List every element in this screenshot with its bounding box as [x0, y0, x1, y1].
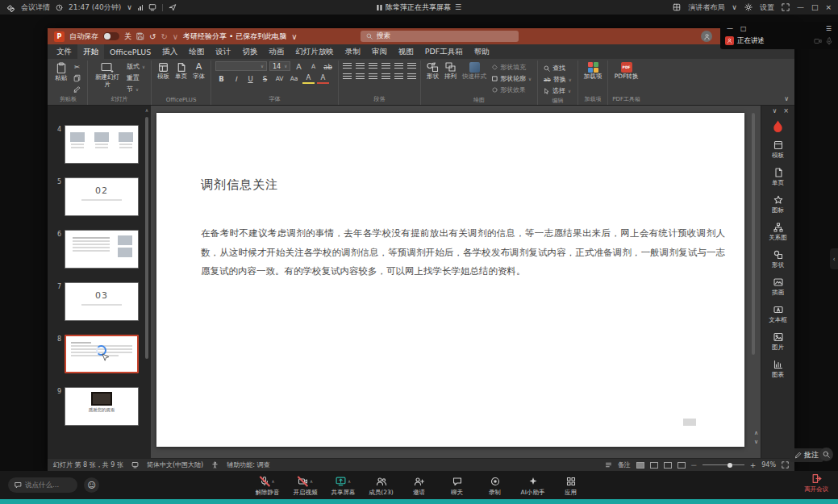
- sidebar-close-icon[interactable]: ×: [783, 107, 789, 115]
- normal-view-button[interactable]: [636, 462, 644, 469]
- sidebar-item-single-page[interactable]: 单页: [772, 168, 784, 187]
- tab-draw[interactable]: 绘图: [183, 44, 210, 59]
- sidebar-collapse-icon[interactable]: ∨: [772, 107, 777, 115]
- tab-slideshow[interactable]: 幻灯片放映: [290, 44, 340, 59]
- gear-icon[interactable]: [744, 3, 753, 11]
- justify-button[interactable]: [381, 73, 390, 81]
- sidebar-item-templates[interactable]: 模板: [772, 140, 784, 160]
- share-rocket-icon[interactable]: [169, 3, 177, 11]
- meeting-details-button[interactable]: 会议详情: [21, 2, 50, 13]
- numbering-button[interactable]: [356, 63, 365, 70]
- title-chevron-icon[interactable]: ∨: [291, 32, 297, 41]
- save-icon[interactable]: [136, 32, 144, 40]
- reaction-button[interactable]: ☺: [84, 477, 99, 493]
- canvas-scrollbar-thumb[interactable]: [752, 113, 755, 355]
- previous-slide-button[interactable]: ∧: [754, 430, 758, 436]
- find-button[interactable]: 查找: [542, 63, 573, 73]
- tab-home[interactable]: 开始: [77, 44, 104, 59]
- record-button[interactable]: 录制: [478, 473, 512, 497]
- ai-assistant-button[interactable]: AI小助手: [516, 473, 550, 497]
- speaker-layout-button[interactable]: 演讲者布局: [688, 2, 724, 13]
- notes-button[interactable]: 备注: [618, 460, 631, 469]
- zoom-slider[interactable]: [703, 464, 744, 465]
- reset-button[interactable]: 重置: [125, 73, 147, 83]
- autosave-toggle[interactable]: [103, 32, 119, 40]
- font-name-combo[interactable]: ∨: [215, 61, 267, 71]
- zoom-in-button[interactable]: +: [750, 461, 757, 469]
- quick-chat-input[interactable]: 说点什么...: [8, 477, 77, 493]
- fullscreen-icon[interactable]: [782, 3, 790, 11]
- layout-button[interactable]: 版式∨: [125, 61, 147, 72]
- zoom-percentage[interactable]: 94%: [761, 461, 776, 469]
- cut-button[interactable]: ✂: [71, 61, 83, 72]
- op-template-button[interactable]: 模板: [156, 61, 171, 81]
- italic-button[interactable]: I: [230, 73, 242, 84]
- slide-count-status[interactable]: 幻灯片 第 8 张，共 9 张: [53, 460, 123, 469]
- strikethrough-button[interactable]: S: [259, 73, 271, 84]
- slide-thumbnail-7[interactable]: 03: [65, 282, 139, 321]
- slide-body-text[interactable]: 在备考时不建议考虑调剂的事情，去年各学校没有提前放出有关调剂的信息，等一志愿结果…: [201, 224, 725, 281]
- undo-button[interactable]: ↺: [149, 32, 156, 41]
- window-maximize-button[interactable]: □: [811, 3, 819, 11]
- redo-button[interactable]: ↻: [161, 32, 167, 41]
- tab-help[interactable]: 帮助: [469, 44, 495, 59]
- align-right-button[interactable]: [369, 73, 377, 81]
- slideshow-view-button[interactable]: [677, 462, 686, 469]
- sidebar-item-charts[interactable]: 图表: [772, 360, 784, 379]
- bold-button[interactable]: B: [215, 73, 227, 84]
- overlay-camera-icon[interactable]: [814, 37, 822, 45]
- line-spacing-button[interactable]: [394, 63, 403, 70]
- canvas-scrollbar[interactable]: [750, 113, 757, 423]
- decrease-indent-button[interactable]: [369, 63, 377, 70]
- text-highlight-button[interactable]: A: [302, 73, 315, 84]
- slide-thumbnail-8-selected[interactable]: [65, 335, 139, 373]
- quick-access-chevron-icon[interactable]: ∨: [173, 32, 178, 41]
- settings-button[interactable]: 设置: [760, 2, 774, 13]
- tab-insert[interactable]: 插入: [156, 44, 183, 59]
- sidebar-item-shapes[interactable]: 形状: [772, 250, 784, 269]
- columns-button[interactable]: [394, 73, 403, 81]
- scroll-up-icon[interactable]: ∧: [144, 107, 150, 114]
- pause-share-icon[interactable]: [377, 5, 381, 10]
- op-single-page-button[interactable]: 单页: [173, 61, 189, 81]
- members-button[interactable]: 成员(23): [365, 473, 398, 497]
- tab-transitions[interactable]: 切换: [236, 44, 263, 59]
- slide-thumbnail-4[interactable]: [65, 125, 139, 164]
- window-close-button[interactable]: ×: [825, 3, 832, 11]
- select-button[interactable]: 选择∨: [542, 85, 573, 96]
- copy-button[interactable]: [71, 73, 83, 83]
- tab-design[interactable]: 设计: [210, 44, 236, 59]
- section-button[interactable]: 节∨: [125, 84, 147, 94]
- thumbnail-scrollbar[interactable]: ∧: [144, 107, 150, 456]
- align-center-button[interactable]: [356, 73, 365, 81]
- replace-button[interactable]: ab替换∨: [542, 74, 573, 85]
- tab-officeplus[interactable]: OfficePLUS: [104, 44, 156, 59]
- slide-title[interactable]: 调剂信息关注: [201, 177, 278, 193]
- sidebar-item-diagrams[interactable]: 关系图: [769, 223, 787, 242]
- slide-canvas[interactable]: 调剂信息关注 在备考时不建议考虑调剂的事情，去年各学校没有提前放出有关调剂的信息…: [156, 113, 744, 447]
- collapse-ribbon-button[interactable]: ∨: [784, 95, 789, 102]
- document-title[interactable]: 考研经验分享 • 已保存到此电脑: [183, 31, 286, 42]
- language-status[interactable]: 简体中文(中国大陆): [147, 460, 203, 469]
- font-color-button[interactable]: A: [317, 73, 329, 84]
- fit-to-window-icon[interactable]: [782, 461, 789, 469]
- tab-record[interactable]: 录制: [340, 44, 366, 59]
- sidebar-item-images[interactable]: 图片: [772, 332, 784, 352]
- display-icon[interactable]: [148, 3, 156, 11]
- magnifier-button[interactable]: [819, 448, 833, 461]
- annotate-button[interactable]: 批注: [790, 448, 823, 462]
- new-slide-button[interactable]: 新建幻灯片: [92, 61, 123, 89]
- unmute-button[interactable]: ∧ 解除静音: [251, 473, 285, 497]
- accessibility-status[interactable]: 辅助功能: 调查: [227, 460, 269, 469]
- start-video-button[interactable]: ∧ 开启视频: [289, 473, 323, 497]
- shape-outline-button[interactable]: 形状轮廓∨: [490, 73, 533, 84]
- text-direction-button[interactable]: [407, 63, 416, 70]
- invite-button[interactable]: 邀请: [402, 473, 436, 497]
- increase-indent-button[interactable]: [381, 63, 390, 70]
- layout-chevron-icon[interactable]: ∨: [732, 3, 737, 11]
- sidebar-item-textbox[interactable]: 文本框: [769, 305, 787, 324]
- overlay-mic-icon[interactable]: [825, 37, 833, 45]
- search-input[interactable]: 搜索: [361, 31, 519, 42]
- character-spacing-button[interactable]: AV: [273, 73, 286, 84]
- clear-formatting-button[interactable]: ab: [322, 61, 334, 72]
